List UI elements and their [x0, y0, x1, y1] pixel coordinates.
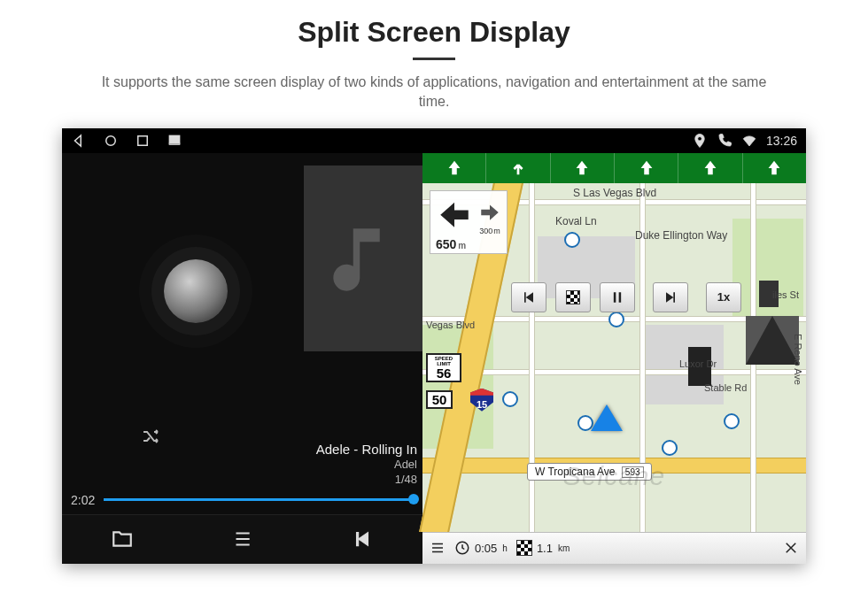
turn-left-icon	[436, 195, 473, 235]
street-label: Luxor Dr	[679, 358, 717, 369]
track-title: Adele - Rolling In	[62, 441, 417, 458]
map-pause-button[interactable]	[600, 282, 635, 312]
navigation-pane: S Las Vegas Blvd Koval Ln Duke Ellington…	[422, 153, 806, 564]
map-zoom-button[interactable]: 1x	[706, 282, 741, 312]
poi-marker[interactable]	[724, 413, 740, 429]
remaining-distance: 1.1km	[516, 540, 570, 556]
folder-button[interactable]	[103, 520, 142, 558]
previous-button[interactable]	[343, 520, 382, 558]
street-label: Duke Ellington Way	[635, 229, 727, 242]
turn-instruction-panel: 300m 650m	[430, 190, 508, 254]
street-label: Stable Rd	[704, 382, 747, 393]
poi-marker[interactable]	[502, 391, 518, 407]
turn-distance: 650m	[436, 237, 466, 251]
menu-button[interactable]	[430, 540, 446, 556]
back-icon[interactable]	[71, 133, 87, 149]
album-art	[304, 166, 422, 351]
phone-icon	[717, 133, 732, 149]
svg-rect-1	[138, 136, 148, 146]
eta-time: 0:05h	[454, 540, 508, 556]
map-bottombar: 0:05h 1.1km	[422, 532, 806, 564]
track-index: 1/48	[62, 473, 417, 488]
page-description: It supports the same screen display of t…	[89, 73, 779, 112]
map-dest-button[interactable]	[555, 282, 591, 312]
poi-marker[interactable]	[564, 232, 580, 248]
lane-arrow	[422, 153, 485, 183]
street-label: Koval Ln	[555, 215, 597, 227]
speed-limit-sign: SPEED LIMIT 56	[426, 353, 461, 382]
street-label: S Las Vegas Blvd	[573, 187, 656, 199]
lane-arrow	[485, 153, 549, 183]
play-orb[interactable]	[164, 259, 228, 323]
seek-bar[interactable]	[104, 498, 414, 501]
street-label: iles St	[772, 289, 799, 300]
svg-rect-3	[169, 143, 180, 145]
current-street-callout: W Tropicana Ave 593	[527, 463, 652, 481]
map-next-button[interactable]	[653, 282, 688, 312]
lane-arrow	[742, 153, 806, 183]
clock: 13:26	[766, 134, 797, 148]
shuffle-button[interactable]	[138, 424, 163, 449]
music-player-pane: Adele - Rolling In Adel 1/48 2:02	[62, 153, 422, 564]
wifi-icon	[741, 133, 757, 149]
home-icon[interactable]	[103, 133, 119, 149]
map-prev-button[interactable]	[511, 282, 546, 312]
lane-arrow	[614, 153, 678, 183]
device-screen: 13:26 Adele - Rolling In Adel 1/48 2	[62, 128, 806, 564]
poi-marker[interactable]	[662, 440, 678, 456]
poi-marker[interactable]	[608, 312, 624, 327]
svg-point-0	[106, 136, 116, 146]
notification-icon[interactable]	[167, 133, 182, 149]
title-underline	[413, 58, 455, 60]
lane-arrow	[678, 153, 741, 183]
recents-icon[interactable]	[135, 133, 151, 149]
map-canvas[interactable]: S Las Vegas Blvd Koval Ln Duke Ellington…	[422, 183, 806, 532]
elapsed-time: 2:02	[71, 493, 95, 507]
turn-right-icon: 300m	[478, 200, 501, 235]
current-speed: 50	[426, 390, 453, 409]
playlist-button[interactable]	[222, 520, 261, 558]
svg-rect-2	[169, 135, 180, 143]
location-icon	[692, 133, 708, 149]
street-label: Vegas Blvd	[426, 320, 475, 330]
track-artist: Adel	[62, 458, 417, 473]
street-label: E Reno Ave	[793, 334, 803, 385]
close-nav-button[interactable]	[783, 540, 799, 556]
android-statusbar: 13:26	[62, 128, 806, 153]
page-title: Split Screen Display	[0, 0, 868, 49]
lane-arrow	[550, 153, 614, 183]
lane-guidance-bar	[422, 153, 806, 183]
vehicle-marker	[591, 404, 623, 431]
